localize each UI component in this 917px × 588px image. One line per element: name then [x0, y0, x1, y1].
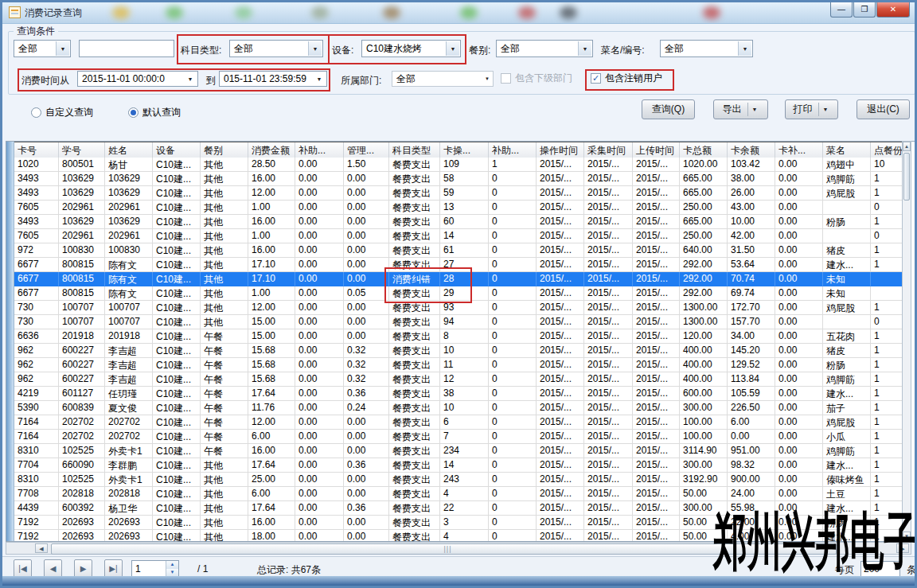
column-header[interactable]: 卡总额: [680, 142, 728, 158]
vertical-scroll-thumb[interactable]: [903, 153, 910, 201]
chevron-down-icon[interactable]: ▼: [738, 41, 751, 56]
column-header[interactable]: 卡补...: [775, 142, 823, 158]
chevron-down-icon[interactable]: ▼: [482, 72, 492, 85]
table-row[interactable]: 3493103629103629C10建...其他12.000.000.00餐费…: [14, 186, 909, 201]
time-to-select[interactable]: 015-11-01 23:59:59 ▼: [219, 71, 327, 87]
chevron-down-icon[interactable]: ▼: [184, 72, 197, 85]
horizontal-scrollbar[interactable]: ◀ ||| ▶: [6, 542, 911, 555]
column-header[interactable]: 餐别: [201, 142, 248, 158]
scroll-down-icon[interactable]: ▼: [903, 532, 911, 541]
include-sub-dept-checkbox[interactable]: 包含下级部门: [501, 72, 572, 85]
column-header[interactable]: 设备: [153, 142, 201, 158]
column-header[interactable]: 上传时间: [633, 142, 680, 158]
chevron-down-icon[interactable]: ▼: [823, 107, 830, 112]
department-select[interactable]: 全部 ▼: [392, 71, 494, 87]
subject-type-select[interactable]: 全部 ▼: [229, 40, 323, 57]
radio-icon[interactable]: [31, 107, 41, 118]
chevron-down-icon[interactable]: ▼: [313, 72, 326, 85]
maximize-button[interactable]: ❐: [853, 2, 876, 18]
vertical-scrollbar[interactable]: ▲ ▼: [902, 141, 911, 542]
table-row[interactable]: 6677800815陈有文C10建...其他17.100.000.00餐费支出2…: [14, 258, 909, 272]
scroll-right-icon[interactable]: ▶: [896, 543, 909, 553]
column-header[interactable]: 采集时间: [584, 142, 633, 158]
table-row[interactable]: 730100707100707C10建...其他15.000.000.00餐费支…: [14, 315, 909, 329]
table-row[interactable]: 7164202702202702C10建...午餐6.000.000.00餐费支…: [14, 430, 909, 444]
horizontal-scroll-thumb[interactable]: |||: [51, 543, 837, 555]
table-row[interactable]: 8310102525外卖卡1C10建...其他25.000.000.00餐费支出…: [14, 473, 909, 487]
table-row[interactable]: 1020800501杨甘C10建...其他28.500.001.50餐费支出10…: [14, 158, 909, 172]
table-row[interactable]: 8310102525外卖卡1C10建...午餐16.000.000.00餐费支出…: [14, 444, 909, 458]
column-header[interactable]: 操作时间: [537, 142, 584, 158]
filter-type-select[interactable]: 全部 ▼: [14, 40, 71, 57]
radio-selected-icon[interactable]: [128, 107, 139, 118]
time-from-select[interactable]: 2015-11-01 00:00:0 ▼: [77, 71, 198, 87]
table-cell: 300.00: [680, 401, 728, 415]
column-header[interactable]: 卡操...: [440, 142, 489, 158]
close-button[interactable]: ✕: [876, 2, 910, 18]
table-row[interactable]: 972100830100830C10建...其他16.000.000.00餐费支…: [14, 243, 909, 258]
column-header[interactable]: 补助...: [489, 142, 537, 158]
table-cell: 0.00: [775, 415, 823, 430]
spinner-up-icon[interactable]: ▲: [166, 561, 178, 569]
include-cancelled-checkbox[interactable]: ✓ 包含注销用户: [591, 72, 662, 85]
chevron-down-icon[interactable]: ▼: [752, 107, 759, 112]
table-row[interactable]: 6677800815陈有文C10建...其他1.000.000.05餐费支出29…: [14, 286, 909, 301]
column-header[interactable]: 消费金额: [248, 142, 295, 158]
chevron-down-icon[interactable]: ▼: [578, 41, 591, 56]
column-header[interactable]: 卡余额: [728, 142, 775, 158]
scroll-up-icon[interactable]: ▲: [903, 142, 911, 151]
column-header[interactable]: 管理...: [344, 142, 389, 158]
table-row[interactable]: 7164202702202702C10建...午餐12.000.000.00餐费…: [14, 415, 909, 430]
table-row[interactable]: 7704660090李群鹏C10建...其他17.640.000.36餐费支出1…: [14, 458, 909, 473]
table-cell: 外卖卡1: [105, 444, 153, 458]
column-header[interactable]: 补助...: [295, 142, 344, 158]
column-header[interactable]: 科目类型: [389, 142, 440, 158]
column-header[interactable]: 姓名: [105, 142, 153, 158]
table-row[interactable]: 5390600839夏文俊C10建...午餐11.760.000.24餐费支出1…: [14, 401, 909, 415]
table-row[interactable]: 7605202961202961C10建...其他1.000.000.00餐费支…: [14, 201, 909, 215]
chevron-down-icon[interactable]: ▼: [308, 41, 322, 56]
device-select[interactable]: C10建水烧烤 ▼: [361, 40, 461, 57]
table-row[interactable]: 7192202693202693C10建...其他18.000.000.00餐费…: [14, 530, 909, 541]
title-bar[interactable]: 消费记录查询 — ❐ ✕: [2, 2, 915, 24]
table-cell: 2015/...: [537, 301, 584, 315]
prev-page-button[interactable]: ◀: [44, 559, 62, 578]
exit-button[interactable]: 退出(C): [857, 99, 910, 119]
table-row[interactable]: 7708202818202818C10建...其他6.000.000.00餐费支…: [14, 487, 909, 501]
table-row[interactable]: 730100707100707C10建...其他12.000.000.00餐费支…: [14, 301, 909, 315]
radio-default-query[interactable]: 默认查询: [128, 106, 181, 119]
table-row[interactable]: 6677800815陈有文C10建...其他17.100.000.00消费纠错2…: [14, 272, 909, 286]
column-header[interactable]: 菜名: [823, 142, 871, 158]
query-button[interactable]: 查询(Q): [642, 99, 695, 119]
page-number-input[interactable]: 1 ▲ ▼: [131, 560, 179, 578]
radio-custom-query[interactable]: 自定义查询: [31, 106, 93, 119]
table-row[interactable]: 3493103629103629C10建...其他16.000.000.00餐费…: [14, 215, 909, 229]
minimize-button[interactable]: —: [830, 2, 853, 18]
table-row[interactable]: 962600227李吉超C10建...午餐15.680.000.32餐费支出11…: [14, 358, 909, 372]
last-page-button[interactable]: ▶|: [104, 559, 123, 578]
filter-text-input[interactable]: [79, 40, 174, 57]
scroll-left-icon[interactable]: ◀: [35, 543, 48, 553]
first-page-button[interactable]: |◀: [14, 559, 32, 578]
table-row[interactable]: 4219601127任玥瑾C10建...午餐17.640.000.36餐费支出3…: [14, 387, 909, 401]
export-button[interactable]: 导出 ▼: [713, 99, 768, 119]
table-cell: 0: [489, 516, 537, 530]
table-row[interactable]: 962600227李吉超C10建...午餐15.680.000.32餐费支出10…: [14, 344, 909, 358]
per-page-input[interactable]: [860, 561, 900, 577]
next-page-button[interactable]: ▶: [74, 559, 92, 578]
table-row[interactable]: 4439600392杨卫华C10建...其他17.640.000.36餐费支出2…: [14, 501, 909, 516]
chevron-down-icon[interactable]: ▼: [446, 41, 459, 56]
table-row[interactable]: 6636201918201918C10建...午餐15.000.000.00餐费…: [14, 329, 909, 344]
meal-select[interactable]: 全部 ▼: [496, 40, 593, 57]
column-header[interactable]: 卡号: [14, 142, 59, 158]
checkbox-icon[interactable]: [501, 73, 511, 84]
column-header[interactable]: 学号: [59, 142, 105, 158]
print-button[interactable]: 打印 ▼: [785, 99, 838, 119]
chevron-down-icon[interactable]: ▼: [56, 41, 69, 56]
table-row[interactable]: 7605202961202961C10建...其他1.000.000.00餐费支…: [14, 229, 909, 243]
check-icon[interactable]: ✓: [591, 73, 601, 84]
table-row[interactable]: 962600227李吉超C10建...午餐15.680.000.32餐费支出12…: [14, 372, 909, 387]
table-row[interactable]: 3493103629103629C10建...其他16.000.000.00餐费…: [14, 172, 909, 186]
dish-select[interactable]: 全部 ▼: [660, 40, 753, 57]
table-row[interactable]: 7192202693202693C10建...其他16.000.000.00餐费…: [14, 516, 909, 530]
